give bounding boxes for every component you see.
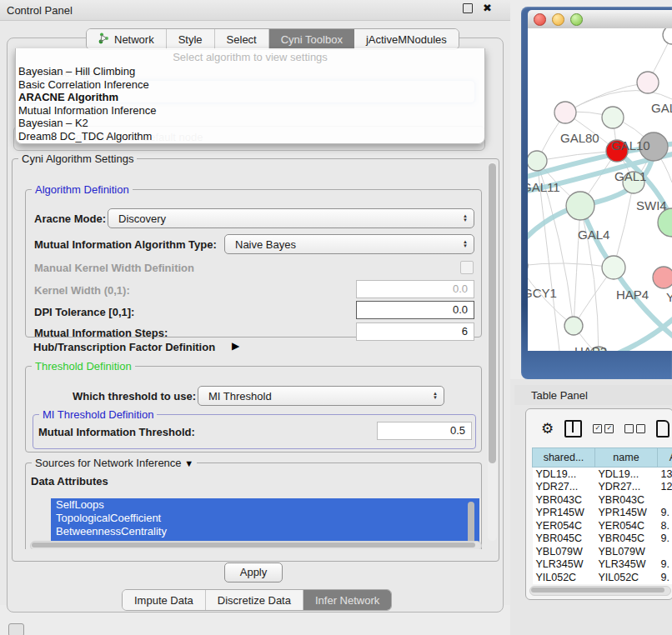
network-node[interactable] [602,107,624,128]
algorithm-option[interactable]: ARACNE Algorithm [16,91,484,104]
close-window-icon[interactable] [534,13,546,26]
export-table-icon[interactable] [656,420,669,438]
attribute-list-item[interactable]: SelfLoops [51,498,479,512]
minimized-panel-icon[interactable] [8,623,24,635]
float-panel-icon[interactable] [463,3,473,13]
node-label: GAL80 [560,131,599,145]
network-node[interactable] [566,192,594,220]
table-row[interactable]: YDR27...YDR27...12 [533,481,672,494]
table-row[interactable]: YIL052CYIL052C9. [533,571,672,584]
column-header[interactable]: shared... [533,448,595,468]
which-threshold-label: Which threshold to use: [73,390,196,402]
settings-vertical-scrollbar[interactable] [488,162,497,541]
node-label: HAP4 [616,288,649,302]
network-node[interactable] [658,208,672,237]
algorithm-option[interactable]: Mutual Information Inference [16,104,484,118]
tab-style[interactable]: Style [167,29,215,49]
bottom-tabs: Impute Data Discretize Data Infer Networ… [122,589,392,611]
table-row[interactable]: YBR043CYBR043C [533,493,672,507]
node-attribute-table[interactable]: shared...nameA YDL19...YDL19...13YDR27..… [532,448,672,584]
mi-threshold-field[interactable]: 0.5 [377,422,472,440]
combo-stepper-icon: ▲▼ [457,240,474,248]
table-panel-region: Table Panel ⚙ ✓✓ shared...nameA YDL19...… [510,379,672,635]
network-view-window[interactable]: GALGAL80GAL10GAL1GAL11SWI4GAL4GCY1HAP4YH… [521,7,672,379]
zoom-window-icon[interactable] [570,13,583,26]
table-row[interactable]: YDL19...YDL19...13 [533,468,672,481]
node-label: HAP2 [574,344,607,351]
which-threshold-combobox[interactable]: MI Threshold ▲▼ [198,386,444,406]
aracne-mode-combobox[interactable]: Discovery ▲▼ [108,208,474,228]
manual-kernel-width-label: Manual Kernel Width Definition [34,262,194,274]
mi-steps-field[interactable]: 6 [356,322,474,341]
kernel-width-label: Kernel Width (0,1): [34,284,130,297]
sources-title: Sources for Network Inference ▼ [32,457,197,470]
network-node[interactable] [637,72,659,93]
network-canvas[interactable]: GALGAL80GAL10GAL1GAL11SWI4GAL4GCY1HAP4YH… [528,28,672,351]
network-node[interactable] [602,256,625,279]
algorithm-option[interactable]: Dream8 DC_TDC Algorithm [16,130,484,143]
node-label: GAL11 [528,180,560,194]
settings-scroll-viewport: Algorithm Definition Aracne Mode: Discov… [13,168,487,549]
node-label: GCY1 [528,286,557,300]
mi-algorithm-type-combobox[interactable]: Naive Bayes ▲▼ [224,234,474,254]
table-horizontal-scrollbar[interactable] [529,586,671,596]
network-node[interactable] [663,28,672,44]
network-thick-edges [528,143,672,351]
dropdown-item-list: Bayesian – Hill ClimbingBasic Correlatio… [16,65,484,142]
column-header[interactable]: A [658,448,672,468]
table-row[interactable]: YBR045CYBR045C9. [533,532,672,546]
network-window-titlebar[interactable] [528,10,672,29]
threshold-definition-title: Threshold Definition [32,360,135,372]
dpi-tolerance-label: DPI Tolerance [0,1]: [34,306,134,318]
attribute-list-item[interactable]: TopologicalCoefficient [51,512,479,525]
close-panel-icon[interactable]: ✖ [483,4,492,12]
table-row[interactable]: YLR345WYLR345W9. [533,558,672,572]
algorithm-option[interactable]: Basic Correlation Inference [16,78,484,92]
settings-horizontal-scrollbar[interactable] [30,541,482,549]
node-label: GAL4 [578,228,609,242]
network-node[interactable] [554,102,576,123]
tab-discretize-data[interactable]: Discretize Data [206,590,303,610]
algorithm-option[interactable]: Bayesian – Hill Climbing [16,65,484,78]
control-panel-tabs: Network Style Select Cyni Toolbox jActiv… [86,28,459,50]
gear-icon[interactable]: ⚙ [541,422,554,436]
table-row[interactable]: YER054CYER054C8. [533,519,672,532]
apply-button[interactable]: Apply [224,562,283,582]
sources-group: Sources for Network Inference ▼ Data Att… [25,462,482,549]
combo-stepper-icon: ▲▼ [457,214,474,222]
node-label: SWI4 [636,198,667,212]
node-label: GAL [651,101,672,115]
select-all-icon[interactable]: ✓✓ [593,424,614,433]
column-layout-icon[interactable] [564,420,582,438]
dpi-tolerance-field[interactable]: 0.0 [356,301,474,319]
mi-threshold-definition-title: MI Threshold Definition [39,408,157,421]
kernel-width-field[interactable]: 0.0 [356,280,474,298]
algorithm-dropdown-popup: Select algorithm to view settings Bayesi… [15,48,485,144]
network-node[interactable] [653,267,672,288]
attribute-list-item[interactable]: BetweennessCentrality [51,525,479,538]
table-row[interactable]: YBL079WYBL079W [533,545,672,558]
algorithm-option[interactable]: Bayesian – K2 [16,117,484,130]
network-node[interactable] [564,317,583,335]
manual-kernel-width-checkbox[interactable] [460,261,474,274]
table-toolbar: ⚙ ✓✓ [526,416,672,441]
tab-jactivemnodules[interactable]: jActiveMNodules [354,29,459,49]
tab-cyni-toolbox[interactable]: Cyni Toolbox [269,29,354,49]
network-node[interactable] [528,151,547,171]
deselect-all-icon[interactable] [624,424,645,433]
tab-infer-network[interactable]: Infer Network [303,590,391,610]
minimize-window-icon[interactable] [552,13,564,26]
tab-network[interactable]: Network [87,29,167,49]
collapse-down-icon[interactable]: ▼ [184,458,193,468]
hub-definition-label: Hub/Transcription Factor Definition [33,341,215,353]
panel-title: Control Panel [7,4,73,17]
expand-right-icon[interactable]: ▶ [232,340,239,352]
node-label: Y [666,290,672,304]
tab-select[interactable]: Select [215,29,269,49]
column-header[interactable]: name [595,448,658,468]
settings-group-title: Cyni Algorithm Settings [18,152,137,165]
tab-impute-data[interactable]: Impute Data [123,590,206,610]
cyni-algorithm-settings-group: Cyni Algorithm Settings Algorithm Defini… [12,158,499,562]
table-row[interactable]: YPR145WYPR145W9. [533,507,672,520]
table-card: ⚙ ✓✓ shared...nameA YDL19...YDL19...13YD… [525,408,672,600]
